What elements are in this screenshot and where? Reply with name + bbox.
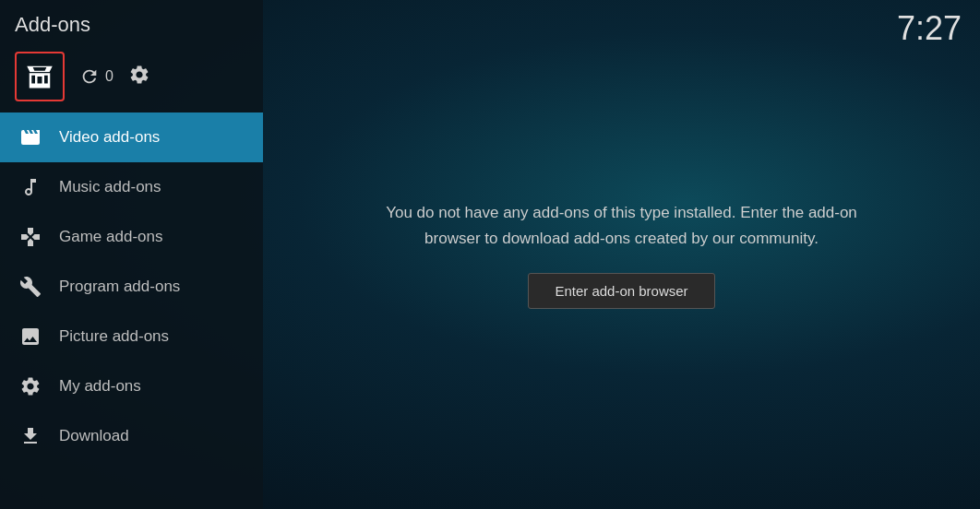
sidebar-item-download-label: Download	[59, 427, 129, 445]
game-icon	[18, 225, 42, 249]
sidebar-item-download[interactable]: Download	[0, 411, 263, 461]
sidebar-item-game-label: Game add-ons	[59, 228, 162, 246]
sidebar: 0 Video add-ons Music add-ons	[0, 0, 263, 509]
settings-button[interactable]	[128, 64, 150, 90]
refresh-count: 0	[105, 68, 114, 85]
music-icon	[18, 175, 42, 199]
sidebar-item-game[interactable]: Game add-ons	[0, 212, 263, 262]
enter-addon-browser-button[interactable]: Enter add-on browser	[528, 273, 714, 309]
addon-box-icon[interactable]	[15, 52, 65, 101]
program-icon	[18, 275, 42, 299]
sidebar-item-video-label: Video add-ons	[59, 128, 160, 147]
picture-icon	[18, 325, 42, 349]
empty-message: You do not have any add-ons of this type…	[382, 200, 862, 250]
sidebar-item-music-label: Music add-ons	[59, 178, 161, 196]
sidebar-item-myaddon[interactable]: My add-ons	[0, 361, 263, 411]
main-content: You do not have any add-ons of this type…	[263, 0, 980, 509]
myaddon-icon	[18, 374, 42, 398]
refresh-button[interactable]: 0	[79, 66, 114, 87]
download-icon	[18, 424, 42, 448]
sidebar-item-myaddon-label: My add-ons	[59, 377, 141, 396]
sidebar-item-program-label: Program add-ons	[59, 278, 180, 296]
time-display: 7:27	[897, 9, 962, 48]
nav-list: Video add-ons Music add-ons Game add-ons…	[0, 112, 263, 509]
sidebar-item-video[interactable]: Video add-ons	[0, 112, 263, 162]
sidebar-item-picture-label: Picture add-ons	[59, 327, 169, 346]
video-icon	[18, 125, 42, 149]
sidebar-item-program[interactable]: Program add-ons	[0, 262, 263, 312]
sidebar-item-music[interactable]: Music add-ons	[0, 162, 263, 212]
sidebar-item-picture[interactable]: Picture add-ons	[0, 312, 263, 361]
page-title: Add-ons	[15, 13, 90, 37]
